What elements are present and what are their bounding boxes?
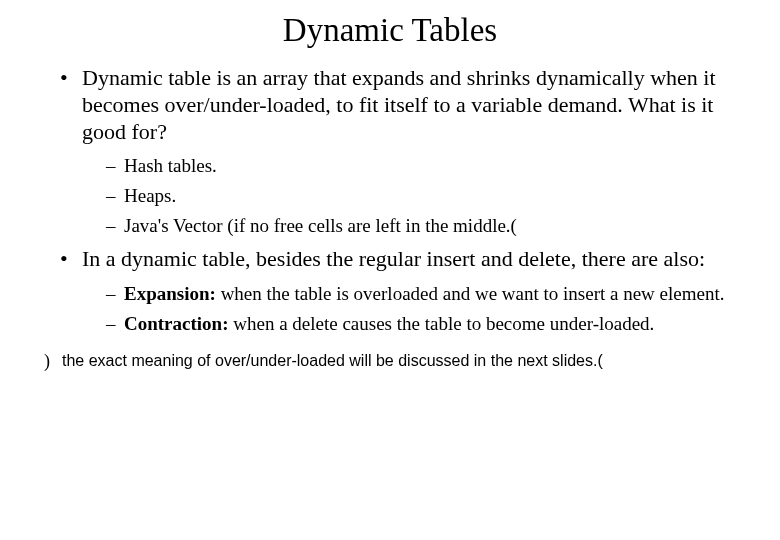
footnote: the exact meaning of over/under-loaded w…: [30, 351, 750, 370]
bullet-1-text: Dynamic table is an array that expands a…: [82, 65, 716, 144]
bullet-2-sublist: Expansion: when the table is overloaded …: [82, 281, 750, 336]
bullet-2: In a dynamic table, besides the regular …: [60, 246, 750, 336]
bullet-2b-rest: when a delete causes the table to become…: [228, 313, 654, 334]
bullet-1b: Heaps.: [106, 183, 750, 209]
slide-title: Dynamic Tables: [30, 12, 750, 49]
bullet-1a: Hash tables.: [106, 153, 750, 179]
bullet-2a: Expansion: when the table is overloaded …: [106, 281, 750, 307]
bullet-2a-rest: when the table is overloaded and we want…: [216, 283, 725, 304]
bullet-list: Dynamic table is an array that expands a…: [30, 65, 750, 337]
bullet-1c: Java's Vector (if no free cells are left…: [106, 213, 750, 239]
bullet-1-sublist: Hash tables. Heaps. Java's Vector (if no…: [82, 153, 750, 238]
bullet-2b-label: Contraction:: [124, 313, 228, 334]
bullet-2a-label: Expansion:: [124, 283, 216, 304]
bullet-2-text: In a dynamic table, besides the regular …: [82, 246, 705, 271]
slide: Dynamic Tables Dynamic table is an array…: [0, 0, 780, 540]
bullet-2b: Contraction: when a delete causes the ta…: [106, 311, 750, 337]
bullet-1: Dynamic table is an array that expands a…: [60, 65, 750, 238]
